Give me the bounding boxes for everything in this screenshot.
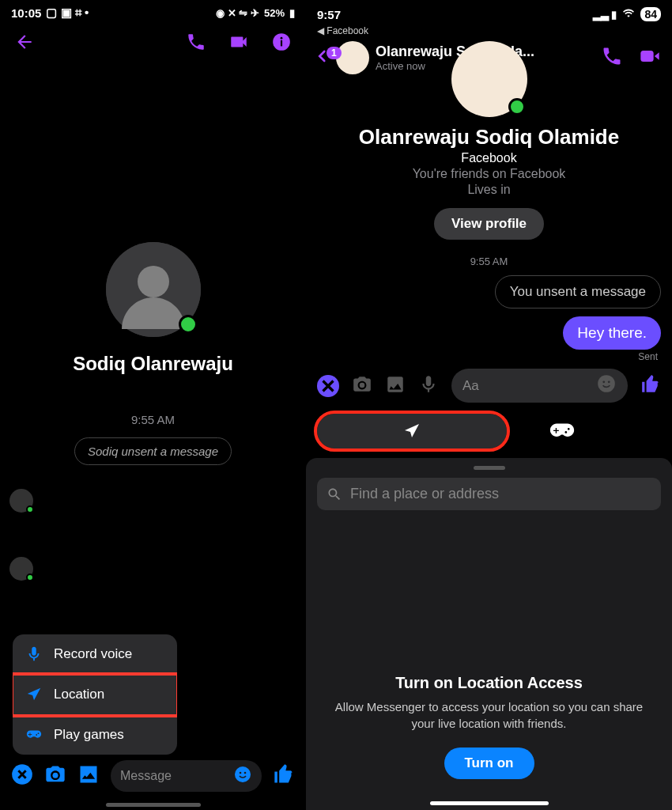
location-tab[interactable]: [317, 414, 507, 449]
status-time: 9:57: [317, 8, 341, 21]
timestamp: 9:55 AM: [317, 255, 661, 267]
outgoing-message: Hey there.: [563, 316, 661, 350]
svg-rect-12: [387, 377, 403, 392]
avatar-small[interactable]: [336, 41, 369, 74]
svg-point-2: [281, 37, 283, 40]
sheet-handle[interactable]: [474, 466, 505, 470]
signal-icon: ▂▃ ▮: [593, 9, 617, 21]
back-button[interactable]: 1: [315, 45, 330, 70]
timestamp: 9:55 AM: [0, 413, 306, 426]
menu-location[interactable]: Location: [13, 675, 177, 715]
location-description: Allow Messenger to access your location …: [333, 698, 645, 732]
unsent-message: Sodiq unsent a message: [74, 437, 232, 465]
menu-play-games[interactable]: Play games: [13, 715, 177, 755]
wifi-icon: [621, 8, 636, 21]
profile-name: Olanrewaju Sodiq Olamide: [317, 125, 661, 150]
svg-point-7: [235, 766, 251, 782]
active-dot: [179, 315, 198, 334]
profile-lives: Lives in: [317, 183, 661, 197]
profile-avatar: [451, 41, 527, 117]
battery-pct: 52%: [264, 7, 285, 19]
extension-tabs: [306, 409, 672, 453]
camera-icon[interactable]: [352, 374, 372, 398]
input-placeholder: Message: [120, 769, 172, 783]
svg-point-13: [598, 375, 615, 392]
menu-record-voice[interactable]: Record voice: [13, 634, 177, 675]
menu-label: Record voice: [54, 646, 132, 662]
system-message: You unsent a message: [495, 275, 661, 308]
input-placeholder: Aa: [462, 378, 479, 394]
status-icons: ▢ ▣ ⌗ •: [46, 6, 89, 20]
svg-point-15: [608, 380, 610, 383]
back-arrow-icon[interactable]: [14, 32, 35, 55]
svg-point-4: [138, 266, 169, 297]
mic-icon[interactable]: [418, 374, 439, 398]
ios-screenshot: 9:57 ▂▃ ▮ 84 ◀ Facebook 1 Olanrewaju Sod…: [306, 0, 672, 810]
home-indicator: [106, 803, 201, 807]
image-icon[interactable]: [77, 763, 100, 789]
close-icon[interactable]: [317, 375, 339, 397]
contact-name: Sodiq Olanrewaju: [0, 353, 306, 375]
input-bar: Message: [0, 754, 306, 798]
svg-point-9: [244, 772, 247, 774]
svg-point-11: [360, 382, 365, 388]
battery-pct: 84: [640, 7, 661, 21]
video-icon[interactable]: [227, 32, 251, 55]
message-input[interactable]: Aa: [451, 369, 628, 403]
avatar-small: [9, 489, 33, 513]
emoji-icon[interactable]: [596, 373, 617, 398]
info-icon[interactable]: [271, 32, 292, 55]
android-screenshot: 10:05 ▢ ▣ ⌗ • ◉ ✕ ⇋ ✈ 52% ▮: [0, 0, 306, 810]
status-bar: 10:05 ▢ ▣ ⌗ • ◉ ✕ ⇋ ✈ 52% ▮: [0, 0, 306, 25]
status-bar: 9:57 ▂▃ ▮ 84: [306, 0, 672, 25]
call-icon[interactable]: [601, 45, 623, 70]
avatar-small: [9, 557, 33, 581]
menu-label: Location: [54, 687, 104, 702]
sent-label: Sent: [317, 351, 661, 362]
breadcrumb[interactable]: ◀ Facebook: [306, 25, 672, 38]
home-indicator: [430, 801, 549, 805]
svg-point-8: [240, 772, 242, 774]
location-title: Turn on Location Access: [333, 674, 645, 692]
thumbs-up-icon[interactable]: [640, 374, 661, 398]
chat-body: Olanrewaju Sodiq Olamide Facebook You're…: [306, 78, 672, 362]
svg-rect-10: [640, 51, 653, 62]
chat-header: [0, 25, 306, 60]
avatar-large: [106, 242, 201, 337]
emoji-icon[interactable]: [233, 765, 252, 787]
profile-friends: You're friends on Facebook: [317, 167, 661, 181]
svg-point-14: [602, 380, 605, 383]
attachment-menu: Record voice Location Play games: [13, 634, 177, 755]
menu-label: Play games: [54, 727, 124, 743]
message-input[interactable]: Message: [111, 760, 262, 792]
turn-on-button[interactable]: Turn on: [444, 748, 534, 779]
input-bar: Aa: [306, 362, 672, 409]
view-profile-button[interactable]: View profile: [434, 208, 544, 240]
search-placeholder: Find a place or address: [350, 486, 499, 502]
profile-platform: Facebook: [317, 151, 661, 165]
image-icon[interactable]: [385, 374, 406, 398]
active-dot: [508, 98, 526, 115]
call-icon[interactable]: [186, 32, 206, 55]
location-sheet: Find a place or address Turn on Location…: [306, 458, 672, 810]
svg-rect-1: [281, 40, 282, 47]
camera-icon[interactable]: [44, 763, 66, 789]
svg-point-6: [53, 773, 59, 778]
thumbs-up-icon[interactable]: [273, 763, 295, 789]
games-tab[interactable]: [538, 422, 586, 440]
status-time: 10:05: [11, 6, 41, 20]
video-icon[interactable]: [637, 45, 663, 70]
status-right: ◉ ✕ ⇋ ✈ 52% ▮: [216, 7, 295, 19]
unread-badge: 1: [327, 47, 342, 59]
close-icon[interactable]: [11, 763, 33, 789]
search-field[interactable]: Find a place or address: [317, 478, 661, 510]
